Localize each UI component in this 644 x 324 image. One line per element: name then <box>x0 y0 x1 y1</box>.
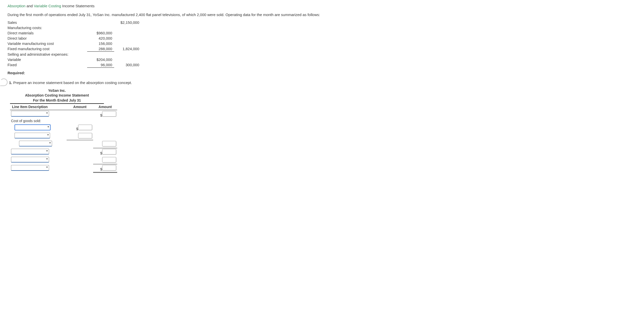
row-var: Variable $204,000 <box>8 57 141 62</box>
fix-amount: 96,000 <box>87 62 114 68</box>
select-line3[interactable] <box>15 133 50 138</box>
fmc-label: Fixed manufacturing cost <box>8 46 87 52</box>
cogs-label: Cost of goods sold: <box>10 118 67 124</box>
stmt-period: For the Month Ended July 31 <box>10 98 104 103</box>
dl-label: Direct labor <box>8 36 87 41</box>
input-amt2-row4[interactable] <box>102 141 116 146</box>
ws-row-1: $ <box>10 110 117 118</box>
worksheet-table: Line Item Description Amount Amount $ Co… <box>10 104 117 173</box>
input-amt2-row7[interactable] <box>102 165 116 171</box>
ws-row-cogs: Cost of goods sold: <box>10 118 117 124</box>
input-amt1-row3[interactable] <box>78 133 92 138</box>
fix-label: Fixed <box>8 62 87 68</box>
statement-header: YoSan Inc. Absorption Costing Income Sta… <box>10 88 104 104</box>
select-line6[interactable] <box>11 157 49 163</box>
row-mfg-header: Manufacturing costs: <box>8 25 141 30</box>
input-amt2-row6[interactable] <box>102 157 116 163</box>
row-fix: Fixed 96,000 300,000 <box>8 62 141 68</box>
link-absorption[interactable]: Absorption <box>8 4 26 8</box>
stmt-company: YoSan Inc. <box>10 88 104 93</box>
q1-text: Prepare an income statement based on the… <box>12 80 132 85</box>
ws-row-6 <box>10 156 117 164</box>
ws-row-5: $ <box>10 148 117 156</box>
dollar-sign-icon: $ <box>100 113 102 117</box>
select-line2[interactable] <box>15 124 51 130</box>
row-sa-header: Selling and administrative expenses: <box>8 52 141 57</box>
sa-label: Selling and administrative expenses: <box>8 52 87 57</box>
select-line7[interactable] <box>11 165 49 171</box>
operating-data-table: Sales $2,150,000 Manufacturing costs: Di… <box>8 20 141 68</box>
col-header-amount2: Amount <box>93 104 117 110</box>
dollar-sign-icon: $ <box>100 151 102 155</box>
row-vmc: Variable manufacturing cost 156,000 <box>8 41 141 46</box>
title-and: and <box>26 4 34 8</box>
title-rest: Income Statements <box>61 4 94 8</box>
ws-row-3 <box>10 132 117 140</box>
input-amt2-row5[interactable] <box>102 149 116 154</box>
col-header-amount1: Amount <box>67 104 93 110</box>
ws-row-4 <box>10 140 117 148</box>
var-amount: $204,000 <box>87 57 114 62</box>
select-line1[interactable] <box>11 111 49 117</box>
input-amt2-row1[interactable] <box>102 111 116 117</box>
required-label: Required: <box>8 71 636 75</box>
dm-amount: $960,000 <box>87 30 114 36</box>
vmc-amount: 156,000 <box>87 41 114 46</box>
dm-label: Direct materials <box>8 30 87 36</box>
sales-amount: $2,150,000 <box>114 20 141 25</box>
link-variable-costing[interactable]: Variable Costing <box>34 4 61 8</box>
dollar-sign-icon: $ <box>76 127 78 131</box>
var-label: Variable <box>8 57 87 62</box>
sales-label: Sales <box>8 20 87 25</box>
row-dm: Direct materials $960,000 <box>8 30 141 36</box>
worksheet-header-row: Line Item Description Amount Amount <box>10 104 117 110</box>
select-line5[interactable] <box>11 149 49 154</box>
question-bullet-icon <box>0 78 8 86</box>
dl-amount: 420,000 <box>87 36 114 41</box>
intro-text: During the first month of operations end… <box>8 13 636 17</box>
col-header-description: Line Item Description <box>10 104 67 110</box>
vmc-label: Variable manufacturing cost <box>8 41 87 46</box>
mfg-costs-label: Manufacturing costs: <box>8 25 87 30</box>
stmt-title: Absorption Costing Income Statement <box>10 93 104 98</box>
question-1: 1. Prepare an income statement based on … <box>9 80 636 173</box>
select-line4[interactable] <box>19 141 52 146</box>
q1-number: 1. <box>9 80 12 85</box>
dollar-sign-icon: $ <box>100 167 102 171</box>
row-sales: Sales $2,150,000 <box>8 20 141 25</box>
mfg-total: 1,824,000 <box>114 46 141 52</box>
row-dl: Direct labor 420,000 <box>8 36 141 41</box>
page-title: Absorption and Variable Costing Income S… <box>8 4 636 8</box>
ws-row-7: $ <box>10 164 117 172</box>
row-fmc: Fixed manufacturing cost 288,000 1,824,0… <box>8 46 141 52</box>
fmc-amount: 288,000 <box>87 46 114 52</box>
sa-total: 300,000 <box>114 62 141 68</box>
ws-row-2: $ <box>10 124 117 132</box>
input-amt1-row2[interactable] <box>78 125 92 130</box>
